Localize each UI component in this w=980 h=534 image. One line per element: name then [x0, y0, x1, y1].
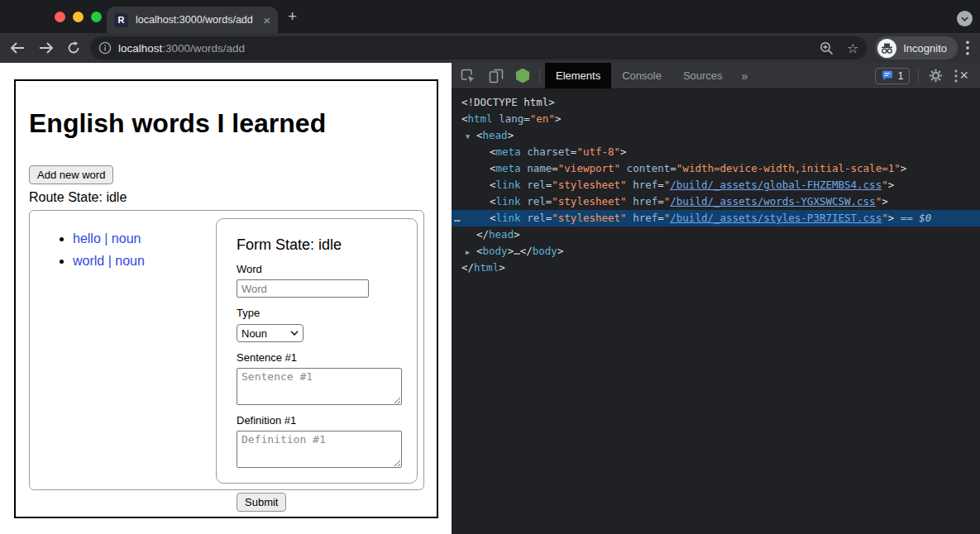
dom-tree-line[interactable]: <meta charset="utf-8">: [452, 144, 980, 160]
code-token: </: [520, 245, 533, 257]
back-button[interactable]: [10, 42, 25, 54]
issues-bubble-icon: [882, 70, 893, 81]
code-token: meta: [496, 162, 521, 174]
code-token: >: [557, 245, 564, 257]
dom-tree-line[interactable]: <link rel="stylesheet" href="/build/_ass…: [452, 193, 980, 210]
device-toggle-icon: [489, 69, 504, 83]
page-viewport: English words I learned Add new word Rou…: [0, 63, 452, 534]
code-token: html: [468, 112, 493, 125]
code-token: "stylesheet": [552, 212, 626, 224]
route-state-text: Route State: idle: [29, 190, 423, 205]
code-token: <!DOCTYPE html>: [461, 96, 555, 108]
add-word-form: Form State: idle Word Type Noun Sentence…: [216, 218, 418, 484]
remix-favicon-icon: R: [114, 13, 128, 27]
form-state-text: Form State: idle: [237, 236, 397, 254]
devtools-settings-button[interactable]: [929, 69, 943, 83]
code-token: href: [633, 179, 657, 191]
incognito-label: Incognito: [903, 42, 947, 55]
dom-tree-line[interactable]: </html>: [452, 260, 980, 276]
sentence-textarea[interactable]: [237, 368, 402, 405]
dom-tree-line[interactable]: ▼<head>: [452, 127, 980, 144]
dom-tree-line[interactable]: …<link rel="stylesheet" href="/build/_as…: [452, 210, 980, 226]
new-tab-button[interactable]: +: [288, 7, 297, 26]
address-bar[interactable]: localhost:3000/words/add ☆: [90, 36, 867, 60]
type-select[interactable]: Noun: [237, 324, 304, 342]
zoom-icon[interactable]: [820, 41, 834, 55]
code-token: link: [496, 179, 521, 191]
word-link[interactable]: world | noun: [73, 254, 145, 268]
code-token: >: [555, 112, 562, 125]
forward-button[interactable]: [39, 42, 54, 54]
code-token: [627, 195, 633, 207]
code-token: "viewport": [558, 162, 620, 174]
minimize-window-button[interactable]: [73, 12, 84, 22]
dom-tree-line[interactable]: <meta name="viewport" content="width=dev…: [452, 160, 980, 177]
word-link[interactable]: hello | noun: [73, 231, 141, 246]
devtools-menu-button[interactable]: [954, 69, 958, 83]
code-token: "stylesheet": [552, 195, 626, 207]
code-token: <: [490, 212, 496, 224]
dom-tree-line[interactable]: <link rel="stylesheet" href="/build/_ass…: [452, 177, 980, 193]
code-token: =: [552, 162, 558, 174]
expand-arrow-icon[interactable]: ▶: [466, 244, 476, 260]
code-token: >: [620, 145, 627, 158]
type-select-wrap: Noun: [237, 324, 304, 342]
tab-console[interactable]: Console: [611, 63, 672, 88]
tab-search-button[interactable]: [957, 11, 973, 26]
code-token: >: [508, 129, 514, 141]
devtools-toolbar: Elements Console Sources » 1 ×: [452, 63, 980, 89]
code-token: "utf-8": [576, 145, 620, 158]
incognito-badge: Incognito: [875, 36, 958, 60]
more-actions-icon[interactable]: …: [454, 210, 461, 226]
code-token: <: [490, 145, 496, 158]
code-token: [627, 179, 633, 191]
tab-elements[interactable]: Elements: [545, 63, 611, 88]
code-token: >: [514, 228, 520, 241]
code-token: =: [523, 112, 530, 125]
add-new-word-button[interactable]: Add new word: [29, 165, 113, 184]
definition-field-label: Definition #1: [237, 414, 397, 427]
code-token: <: [490, 179, 496, 191]
code-token: <: [461, 112, 468, 125]
code-token: "stylesheet": [552, 179, 626, 191]
tab-close-icon[interactable]: ×: [263, 14, 270, 26]
dom-tree-line[interactable]: <html lang="en">: [452, 111, 980, 127]
device-toolbar-button[interactable]: [489, 69, 504, 83]
maximize-window-button[interactable]: [91, 12, 102, 22]
code-token: == $0: [894, 212, 931, 224]
incognito-icon: [877, 39, 896, 58]
tab-strip: R localhost:3000/words/add × +: [0, 0, 980, 33]
inspect-cursor-icon: [461, 69, 476, 83]
devtools-close-button[interactable]: ×: [959, 67, 968, 84]
inspect-element-button[interactable]: [461, 69, 476, 83]
dom-tree-line[interactable]: <!DOCTYPE html>: [452, 94, 980, 111]
definition-textarea[interactable]: [237, 431, 402, 468]
issues-badge[interactable]: 1: [875, 68, 911, 84]
type-field-label: Type: [237, 307, 397, 319]
word-input[interactable]: [237, 279, 369, 298]
bookmark-star-icon[interactable]: ☆: [847, 41, 858, 56]
tab-sources[interactable]: Sources: [672, 63, 734, 88]
code-token: [620, 162, 627, 174]
code-token: >: [882, 195, 888, 207]
refresh-button[interactable]: [67, 41, 80, 55]
collapse-arrow-icon[interactable]: ▼: [466, 128, 476, 145]
dom-tree-line[interactable]: ▶<body>…</body>: [452, 243, 980, 260]
url-text: localhost:3000/words/add: [118, 42, 245, 55]
issues-count: 1: [898, 70, 904, 82]
browser-tab[interactable]: R localhost:3000/words/add ×: [107, 7, 278, 33]
code-token: rel: [527, 179, 546, 191]
code-token: body: [483, 245, 508, 257]
node-extension-icon[interactable]: [516, 69, 529, 83]
code-token: </: [476, 228, 489, 241]
dom-tree-line[interactable]: </head>: [452, 226, 980, 243]
code-token: >: [901, 162, 907, 174]
code-token: name: [527, 162, 552, 174]
code-token: =: [670, 162, 676, 174]
submit-button[interactable]: Submit: [237, 493, 286, 512]
more-tabs-button[interactable]: »: [734, 69, 757, 83]
browser-menu-button[interactable]: [966, 41, 969, 55]
page-info-icon[interactable]: [98, 41, 112, 55]
close-window-button[interactable]: [55, 12, 65, 22]
code-token: rel: [527, 212, 546, 224]
